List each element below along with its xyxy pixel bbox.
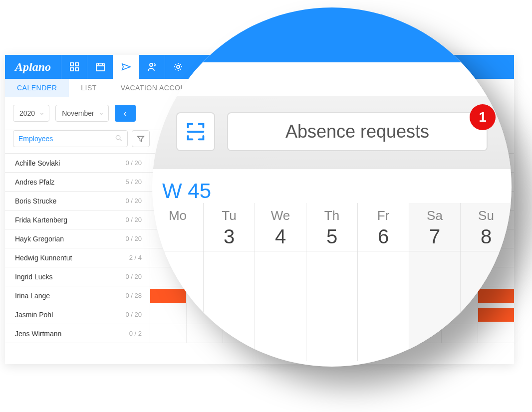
day-column[interactable]: We4 <box>255 203 306 251</box>
zoom-lens: Absence requests 1 W 45 Mo Tu3 We4 Th5 F… <box>152 7 512 367</box>
zoom-toolbar: Absence requests 1 <box>152 96 512 169</box>
search-input[interactable]: Employees <box>13 130 128 147</box>
svg-rect-3 <box>75 68 78 71</box>
svg-rect-1 <box>75 63 78 66</box>
people-icon[interactable] <box>139 55 165 79</box>
prev-button[interactable]: ‹ <box>115 105 136 122</box>
week-header: Mo Tu3 We4 Th5 Fr6 Sa7 Su8 <box>152 203 512 251</box>
absence-bar[interactable] <box>478 289 514 303</box>
day-column[interactable]: Fr6 <box>357 203 409 251</box>
year-select[interactable]: 2020 <box>13 105 49 122</box>
day-column[interactable]: Sa7 <box>409 203 460 251</box>
svg-point-5 <box>150 63 153 66</box>
day-cell[interactable] <box>306 251 357 361</box>
gear-icon[interactable] <box>165 55 191 79</box>
day-column[interactable]: Th5 <box>306 203 357 251</box>
svg-rect-4 <box>96 64 104 71</box>
month-select[interactable]: November <box>55 105 109 122</box>
absence-bar[interactable] <box>150 289 186 303</box>
airplane-icon[interactable] <box>113 55 139 79</box>
day-cell[interactable] <box>255 251 306 361</box>
svg-point-7 <box>116 135 120 139</box>
scan-button[interactable] <box>176 112 215 151</box>
svg-point-6 <box>177 65 180 68</box>
tab-calendar[interactable]: CALENDER <box>5 79 69 97</box>
absence-bar[interactable] <box>478 308 514 322</box>
notification-badge: 1 <box>470 104 496 130</box>
search-placeholder: Employees <box>18 135 53 143</box>
zoom-whitebar <box>152 62 512 96</box>
day-column[interactable]: Tu3 <box>203 203 255 251</box>
svg-rect-0 <box>70 63 73 66</box>
svg-rect-2 <box>70 68 73 71</box>
absence-requests-button[interactable]: Absence requests 1 <box>227 112 488 151</box>
dashboard-icon[interactable] <box>61 55 87 79</box>
day-cell[interactable] <box>357 251 409 361</box>
filter-button[interactable] <box>132 130 150 147</box>
search-icon <box>115 135 122 143</box>
week-label: W 45 <box>152 169 512 203</box>
tab-list[interactable]: LIST <box>69 79 109 97</box>
calendar-icon[interactable] <box>87 55 113 79</box>
zoom-topbar <box>152 7 512 62</box>
app-logo: Aplano <box>5 60 61 74</box>
